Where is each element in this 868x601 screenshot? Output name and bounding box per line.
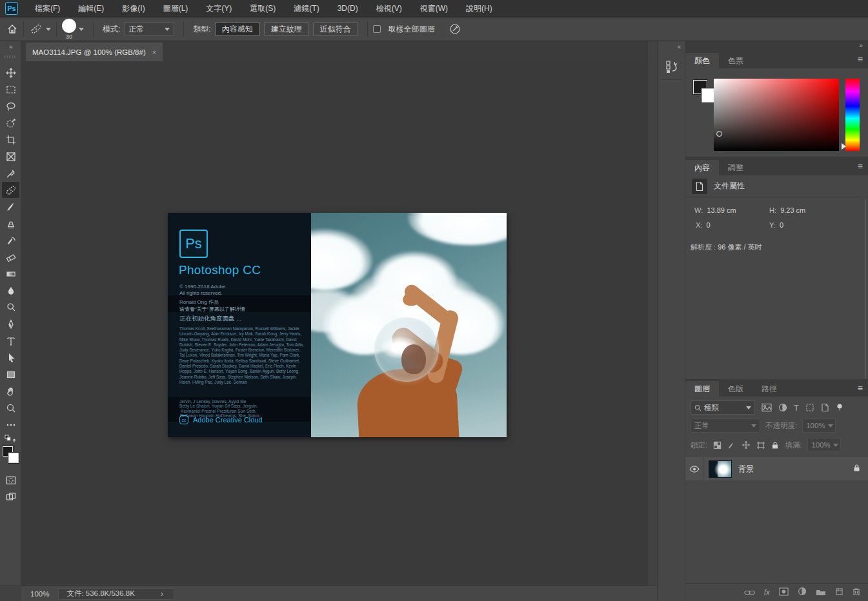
document-tab[interactable]: MAO3114.JPG @ 100% (RGB/8#) × [26, 43, 163, 61]
move-tool[interactable] [2, 64, 19, 81]
filter-smart-objects-icon[interactable] [821, 403, 829, 412]
hue-slider[interactable] [845, 79, 860, 151]
blur-tool[interactable] [2, 282, 19, 299]
panel-menu-icon[interactable]: ≡ [858, 161, 863, 172]
menu-image[interactable]: 影像(I) [113, 0, 154, 17]
crop-tool[interactable] [2, 132, 19, 148]
history-panel-icon[interactable] [661, 54, 682, 80]
layer-row-background[interactable]: 背景 [685, 457, 868, 480]
tab-properties[interactable]: 內容 [685, 160, 719, 175]
pen-tool[interactable] [2, 316, 19, 332]
tab-channels[interactable]: 色版 [719, 381, 752, 397]
menu-view[interactable]: 檢視(V) [367, 0, 411, 17]
edit-toolbar-icon[interactable] [2, 417, 19, 433]
quick-mask-icon[interactable] [2, 472, 19, 488]
blend-mode-select[interactable]: 正常 [691, 419, 760, 433]
adjustment-layer-icon[interactable] [798, 587, 807, 598]
new-layer-icon[interactable] [835, 587, 843, 598]
swap-colors-icon[interactable] [2, 433, 19, 445]
color-marker[interactable] [716, 131, 722, 137]
menu-filter[interactable]: 濾鏡(T) [285, 0, 328, 17]
tab-color[interactable]: 顏色 [685, 53, 719, 68]
home-icon[interactable] [6, 23, 18, 35]
layer-thumbnail[interactable] [709, 460, 732, 478]
filter-adjustment-layers-icon[interactable] [778, 403, 787, 412]
saturation-brightness-box[interactable] [714, 79, 839, 151]
menu-help[interactable]: 說明(H) [457, 0, 501, 17]
content-aware-button[interactable]: 內容感知 [215, 22, 260, 36]
layer-style-icon[interactable]: fx [764, 588, 770, 597]
open-document[interactable]: Ps Photoshop CC © 1990-2018 Adobe. All r… [168, 213, 507, 437]
rectangular-marquee-tool[interactable] [2, 81, 19, 97]
opacity-value[interactable]: 100% [802, 419, 836, 433]
fill-value[interactable]: 100% [807, 438, 841, 452]
lock-position-icon[interactable] [742, 440, 751, 449]
dodge-tool[interactable] [2, 299, 19, 315]
menu-file[interactable]: 檔案(F) [26, 0, 69, 17]
collapse-panels-icon[interactable]: » [859, 42, 863, 49]
document-size-field[interactable]: 文件: 536.8K/536.8K › [58, 588, 174, 600]
mode-select[interactable]: 正常 [124, 22, 174, 36]
clone-stamp-tool[interactable] [2, 215, 19, 232]
canvas-area[interactable]: Ps Photoshop CC © 1990-2018 Adobe. All r… [21, 61, 647, 586]
eraser-tool[interactable] [2, 249, 19, 265]
spot-healing-brush-tool[interactable] [2, 182, 19, 198]
proximity-match-button[interactable]: 近似符合 [313, 22, 358, 36]
panel-menu-icon[interactable]: ≡ [858, 383, 863, 393]
toolbar-grip[interactable] [4, 55, 17, 58]
filter-toggle-icon[interactable] [836, 403, 843, 412]
eyedropper-tool[interactable] [2, 165, 19, 181]
zoom-tool[interactable] [2, 400, 19, 416]
layer-visibility-cell[interactable] [685, 457, 703, 480]
rectangle-tool[interactable] [2, 366, 19, 382]
path-selection-tool[interactable] [2, 350, 19, 366]
lock-artboard-icon[interactable] [756, 441, 765, 449]
tab-swatches[interactable]: 色票 [719, 53, 752, 68]
toolbar-collapse-icon[interactable]: » [9, 43, 12, 50]
tab-paths[interactable]: 路徑 [752, 381, 786, 397]
background-color-swatch[interactable] [8, 453, 19, 463]
filter-type-layers-icon[interactable]: T [794, 403, 799, 413]
hand-tool[interactable] [2, 383, 19, 399]
menu-select[interactable]: 選取(S) [241, 0, 285, 17]
brush-tool[interactable] [2, 199, 19, 215]
sample-all-layers-checkbox[interactable] [373, 25, 381, 33]
canvas-vertical-scrollbar[interactable] [647, 41, 657, 586]
pressure-angle-icon[interactable] [449, 23, 461, 35]
delete-layer-icon[interactable] [853, 587, 860, 598]
tab-adjustments[interactable]: 調整 [719, 160, 752, 175]
close-tab-icon[interactable]: × [152, 48, 156, 56]
spot-healing-tool-preset-icon[interactable] [29, 22, 51, 36]
lasso-tool[interactable] [2, 98, 19, 114]
zoom-level-field[interactable]: 100% [21, 590, 58, 598]
frame-tool[interactable] [2, 148, 19, 164]
link-layers-icon[interactable] [744, 587, 755, 598]
lock-all-icon[interactable] [771, 441, 779, 449]
panel-scrollbar[interactable] [865, 199, 866, 379]
filter-shape-layers-icon[interactable] [805, 403, 814, 412]
menu-layer[interactable]: 圖層(L) [154, 0, 197, 17]
expand-panels-icon[interactable]: « [677, 43, 681, 50]
menu-3d[interactable]: 3D(D) [328, 0, 367, 17]
lock-transparency-icon[interactable] [713, 441, 722, 449]
create-texture-button[interactable]: 建立紋理 [264, 22, 309, 36]
status-chevron-icon[interactable]: › [161, 589, 163, 598]
brush-size-picker[interactable]: 30 [62, 19, 84, 40]
gradient-tool[interactable] [2, 266, 19, 282]
add-mask-icon[interactable] [779, 587, 789, 598]
menu-window[interactable]: 視窗(W) [411, 0, 457, 17]
new-group-icon[interactable] [816, 587, 826, 598]
filter-pixel-layers-icon[interactable] [762, 403, 772, 412]
menu-type[interactable]: 文字(Y) [197, 0, 241, 17]
quick-selection-tool[interactable] [2, 115, 19, 131]
type-tool[interactable] [2, 333, 19, 349]
layer-name[interactable]: 背景 [738, 464, 754, 475]
hue-marker[interactable] [842, 143, 846, 150]
history-brush-tool[interactable] [2, 232, 19, 248]
kind-filter-select[interactable]: 種類 [691, 400, 755, 415]
lock-pixels-icon[interactable] [727, 441, 736, 449]
menu-edit[interactable]: 編輯(E) [69, 0, 113, 17]
panel-menu-icon[interactable]: ≡ [858, 54, 863, 64]
screen-mode-icon[interactable] [2, 489, 19, 505]
tab-layers[interactable]: 圖層 [685, 381, 719, 397]
